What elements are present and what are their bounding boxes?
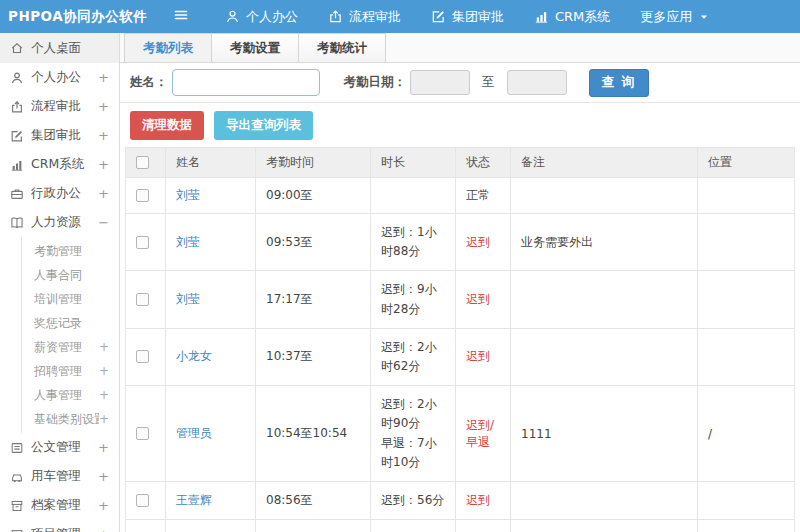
attendance-user-link[interactable]: 管理员 bbox=[176, 426, 212, 440]
project-icon bbox=[10, 528, 24, 532]
time-cell: 09:00至 bbox=[256, 178, 371, 214]
column-header: 时长 bbox=[371, 148, 456, 178]
doc-icon bbox=[10, 441, 24, 455]
expand-toggle-icon[interactable]: + bbox=[99, 364, 109, 378]
top-header-bar: PHPOA协同办公软件 个人办公流程审批集团审批CRM系统更多应用 bbox=[0, 0, 800, 33]
location-cell bbox=[698, 328, 795, 385]
clear-data-button[interactable]: 清理数据 bbox=[130, 111, 204, 140]
expand-toggle-icon[interactable]: + bbox=[97, 440, 109, 455]
expand-toggle-icon[interactable]: + bbox=[97, 157, 109, 172]
sidebar-subitem-label: 奖惩记录 bbox=[34, 315, 99, 332]
sidebar-subitem-personnel-management[interactable]: 人事管理+ bbox=[22, 383, 119, 407]
status-cell: 迟到/早退 bbox=[456, 386, 511, 482]
row-checkbox[interactable] bbox=[136, 427, 149, 440]
sidebar-item-label: 用车管理 bbox=[31, 468, 97, 485]
sidebar-item-document-management[interactable]: 公文管理+ bbox=[0, 433, 119, 462]
name-cell: 刘莹 bbox=[166, 178, 256, 214]
date-to-input[interactable] bbox=[507, 70, 567, 95]
app-window: PHPOA协同办公软件 个人办公流程审批集团审批CRM系统更多应用 个人桌面个人… bbox=[0, 0, 800, 532]
user-icon bbox=[225, 9, 240, 24]
expand-toggle-icon[interactable]: + bbox=[97, 70, 109, 85]
topnav-item-label: 集团审批 bbox=[452, 8, 504, 26]
sidebar-subitem-label: 人事管理 bbox=[34, 387, 99, 404]
expand-toggle-icon[interactable]: + bbox=[99, 412, 109, 426]
name-cell: 刘莹 bbox=[166, 214, 256, 271]
sidebar-item-admin-office[interactable]: 行政办公+ bbox=[0, 179, 119, 208]
expand-toggle-icon[interactable]: + bbox=[97, 99, 109, 114]
expand-toggle-icon[interactable]: + bbox=[97, 498, 109, 513]
expand-toggle-icon[interactable]: + bbox=[99, 340, 109, 354]
expand-toggle-icon[interactable]: + bbox=[97, 527, 109, 532]
attendance-user-link[interactable]: 刘莹 bbox=[176, 292, 200, 306]
table-header-row: 姓名考勤时间时长状态备注位置 bbox=[126, 148, 795, 178]
sidebar-item-vehicle-management[interactable]: 用车管理+ bbox=[0, 462, 119, 491]
expand-toggle-icon[interactable]: − bbox=[97, 215, 109, 230]
sidebar-subitem-salary-management[interactable]: 薪资管理+ bbox=[22, 335, 119, 359]
sidebar-item-archive-management[interactable]: 档案管理+ bbox=[0, 491, 119, 520]
table-row: 管理员10:54至10:54迟到：2小时90分 早退：7小时10分迟到/早退11… bbox=[126, 386, 795, 482]
tab-attendance-statistics[interactable]: 考勤统计 bbox=[298, 33, 386, 62]
row-checkbox[interactable] bbox=[136, 293, 149, 306]
column-header: 位置 bbox=[698, 148, 795, 178]
row-checkbox[interactable] bbox=[136, 350, 149, 363]
sidebar-subitem-basic-category-settings[interactable]: 基础类别设置+ bbox=[22, 407, 119, 431]
row-select-cell bbox=[126, 328, 166, 385]
topnav-item-group-approval[interactable]: 集团审批 bbox=[416, 0, 519, 33]
attendance-user-link[interactable]: 王壹辉 bbox=[176, 493, 212, 507]
sidebar-subitem-reward-punishment-records[interactable]: 奖惩记录 bbox=[22, 311, 119, 335]
name-filter-input[interactable] bbox=[172, 69, 320, 96]
sidebar-item-label: 项目管理 bbox=[31, 526, 97, 532]
sidebar-subitem-personnel-contract[interactable]: 人事合同 bbox=[22, 263, 119, 287]
sidebar-item-label: 个人办公 bbox=[31, 69, 97, 86]
row-checkbox[interactable] bbox=[136, 494, 149, 507]
expand-toggle-icon[interactable]: + bbox=[97, 186, 109, 201]
sidebar-item-personal-desktop[interactable]: 个人桌面 bbox=[0, 33, 119, 63]
row-checkbox[interactable] bbox=[136, 189, 149, 202]
row-checkbox[interactable] bbox=[136, 236, 149, 249]
topnav-item-label: 个人办公 bbox=[246, 8, 298, 26]
tab-attendance-list[interactable]: 考勤列表 bbox=[124, 33, 212, 62]
duration-cell bbox=[371, 178, 456, 214]
sidebar-item-crm-system[interactable]: CRM系统+ bbox=[0, 150, 119, 179]
select-all-checkbox[interactable] bbox=[136, 156, 149, 169]
location-cell bbox=[698, 481, 795, 519]
sidebar-subitem-recruitment-management[interactable]: 招聘管理+ bbox=[22, 359, 119, 383]
select-all-header-cell bbox=[126, 148, 166, 178]
tab-attendance-settings[interactable]: 考勤设置 bbox=[211, 33, 299, 62]
book-icon bbox=[10, 216, 24, 230]
sidebar-navigation: 个人桌面个人办公+流程审批+集团审批+CRM系统+行政办公+人力资源−考勤管理人… bbox=[0, 33, 120, 532]
attendance-user-link[interactable]: 刘莹 bbox=[176, 188, 200, 202]
expand-toggle-icon[interactable]: + bbox=[97, 469, 109, 484]
sidebar-item-human-resources[interactable]: 人力资源− bbox=[0, 208, 119, 237]
search-button[interactable]: 查 询 bbox=[589, 69, 649, 97]
time-cell: 10:54至10:54 bbox=[256, 386, 371, 482]
time-cell: 09:53至 bbox=[256, 214, 371, 271]
row-select-cell bbox=[126, 520, 166, 532]
sidebar-item-personal-office[interactable]: 个人办公+ bbox=[0, 63, 119, 92]
sidebar-item-project-management[interactable]: 项目管理+ bbox=[0, 520, 119, 532]
location-cell bbox=[698, 178, 795, 214]
expand-toggle-icon[interactable]: + bbox=[99, 388, 109, 402]
topnav-item-crm-system[interactable]: CRM系统 bbox=[519, 0, 625, 33]
topnav-item-personal-office[interactable]: 个人办公 bbox=[210, 0, 313, 33]
sidebar-subitem-attendance-management[interactable]: 考勤管理 bbox=[22, 239, 119, 263]
edit-icon bbox=[10, 129, 24, 143]
note-cell bbox=[511, 178, 698, 214]
expand-toggle-icon[interactable]: + bbox=[97, 128, 109, 143]
sidebar-subitem-label: 培训管理 bbox=[34, 291, 99, 308]
note-cell bbox=[511, 520, 698, 532]
topnav-item-workflow-approval[interactable]: 流程审批 bbox=[313, 0, 416, 33]
row-select-cell bbox=[126, 481, 166, 519]
sidebar-subitem-training-management[interactable]: 培训管理 bbox=[22, 287, 119, 311]
date-from-input[interactable] bbox=[410, 70, 470, 95]
sidebar-item-workflow-approval[interactable]: 流程审批+ bbox=[0, 92, 119, 121]
attendance-user-link[interactable]: 小龙女 bbox=[176, 349, 212, 363]
attendance-user-link[interactable]: 刘莹 bbox=[176, 235, 200, 249]
topnav-item-more-apps[interactable]: 更多应用 bbox=[625, 0, 725, 33]
topnav-item-label: CRM系统 bbox=[555, 8, 610, 26]
export-list-button[interactable]: 导出查询列表 bbox=[214, 111, 313, 140]
sidebar-item-label: 集团审批 bbox=[31, 127, 97, 144]
sidebar-item-group-approval[interactable]: 集团审批+ bbox=[0, 121, 119, 150]
menu-toggle-button[interactable] bbox=[170, 6, 192, 28]
tab-bar: 考勤列表考勤设置考勤统计 bbox=[120, 33, 800, 63]
